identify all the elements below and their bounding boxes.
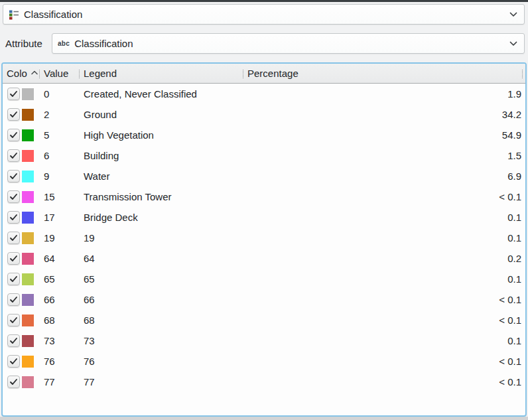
row-visibility-checkbox[interactable] [7,376,20,388]
row-percentage: 1.9 [507,88,525,100]
row-visibility-checkbox[interactable] [7,149,20,162]
chevron-down-icon [509,12,517,17]
checkmark-icon [9,255,18,262]
header-percentage[interactable]: Percentage [247,64,298,83]
header-separator [79,70,80,78]
row-color-swatch[interactable] [22,171,34,182]
row-color-swatch[interactable] [22,109,34,121]
row-value: 76 [44,356,84,367]
table-row[interactable]: 0 Created, Never Classified 1.9 [3,84,525,104]
table-row[interactable]: 2 Ground 34.2 [3,104,525,125]
row-color-swatch[interactable] [22,376,34,388]
row-color-swatch[interactable] [22,191,34,203]
row-visibility-checkbox[interactable] [7,88,20,100]
checkmark-icon [9,337,18,344]
row-color-swatch[interactable] [22,129,34,141]
row-legend: 77 [84,376,499,387]
row-legend: 68 [84,315,499,326]
row-percentage: 0.1 [507,212,525,223]
renderer-selector-dropdown[interactable]: Classification [3,4,525,25]
checkmark-icon [9,275,18,283]
table-row[interactable]: 17 Bridge Deck 0.1 [3,207,525,228]
row-legend: 73 [84,335,507,346]
row-legend: Building [84,150,507,161]
row-value: 5 [44,129,84,141]
table-row[interactable]: 65 65 0.1 [3,269,525,289]
row-value: 6 [44,150,84,161]
table-row[interactable]: 64 64 0.2 [3,248,525,269]
table-header: Colo Value Legend Percentage [3,64,525,84]
row-visibility-checkbox[interactable] [7,108,20,121]
table-row[interactable]: 73 73 0.1 [3,330,525,351]
row-legend: Bridge Deck [84,212,507,223]
row-color-swatch[interactable] [22,253,34,265]
table-row[interactable]: 6 Building 1.5 [3,145,525,166]
row-visibility-checkbox[interactable] [7,211,20,224]
checkmark-icon [9,152,18,159]
row-legend: 64 [84,253,507,264]
checkmark-icon [9,296,18,303]
row-visibility-checkbox[interactable] [7,129,20,141]
classification-table: Colo Value Legend Percentage 0 Created, … [1,62,527,417]
row-visibility-checkbox[interactable] [7,232,20,244]
row-value: 15 [44,191,84,202]
row-color-swatch[interactable] [22,356,34,368]
checkmark-icon [9,193,18,200]
header-separator [522,70,523,78]
row-color-swatch[interactable] [22,335,34,347]
row-legend: High Vegetation [84,129,502,141]
table-row[interactable]: 19 19 0.1 [3,228,525,248]
row-color-swatch[interactable] [22,294,34,306]
checkmark-icon [9,378,18,385]
categorized-renderer-icon [9,9,19,20]
row-color-swatch[interactable] [22,315,34,326]
header-color[interactable]: Colo [7,64,27,83]
table-row[interactable]: 5 High Vegetation 54.9 [3,125,525,145]
row-value: 2 [44,109,84,120]
row-visibility-checkbox[interactable] [7,355,20,368]
row-visibility-checkbox[interactable] [7,190,20,203]
row-percentage: < 0.1 [499,315,525,326]
row-value: 64 [44,253,84,264]
table-row[interactable]: 77 77 < 0.1 [3,372,525,392]
row-percentage: 1.5 [507,150,525,161]
table-row[interactable]: 76 76 < 0.1 [3,351,525,372]
sort-ascending-icon [31,70,38,75]
row-visibility-checkbox[interactable] [7,293,20,306]
row-legend: 65 [84,273,507,285]
checkmark-icon [9,234,18,242]
row-visibility-checkbox[interactable] [7,252,20,265]
attribute-dropdown[interactable]: abc Classification [52,33,525,54]
row-value: 17 [44,212,84,223]
row-visibility-checkbox[interactable] [7,170,20,182]
row-visibility-checkbox[interactable] [7,273,20,285]
row-value: 0 [44,88,84,100]
row-color-swatch[interactable] [22,273,34,285]
row-color-swatch[interactable] [22,232,34,244]
checkmark-icon [9,111,18,118]
header-separator [39,70,40,78]
row-value: 65 [44,273,84,285]
table-row[interactable]: 66 66 < 0.1 [3,289,525,310]
row-value: 68 [44,315,84,326]
row-color-swatch[interactable] [22,88,34,100]
checkmark-icon [9,316,18,324]
row-color-swatch[interactable] [22,212,34,224]
table-row[interactable]: 68 68 < 0.1 [3,310,525,330]
row-value: 9 [44,171,84,182]
attribute-label: Attribute [5,33,42,54]
header-legend[interactable]: Legend [84,64,117,83]
row-percentage: 54.9 [502,129,525,141]
row-value: 73 [44,335,84,346]
row-visibility-checkbox[interactable] [7,314,20,326]
panel-bottom-strip [0,417,528,420]
row-percentage: 34.2 [502,109,525,120]
row-percentage: < 0.1 [499,356,525,367]
chevron-down-icon [509,41,517,46]
row-legend: Ground [84,109,502,120]
row-visibility-checkbox[interactable] [7,334,20,347]
header-value[interactable]: Value [44,64,68,83]
table-row[interactable]: 9 Water 6.9 [3,166,525,186]
row-color-swatch[interactable] [22,150,34,162]
table-row[interactable]: 15 Transmission Tower < 0.1 [3,186,525,207]
